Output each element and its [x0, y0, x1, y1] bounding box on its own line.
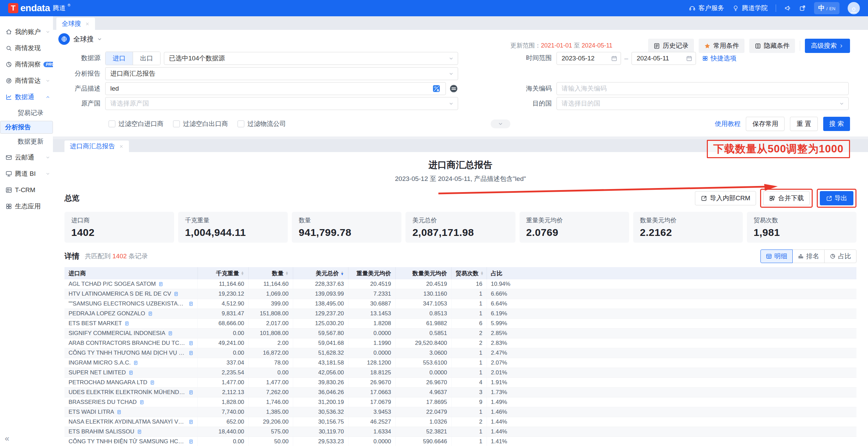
importer-name[interactable]: ""SAMSUNG ELECTRONICS UZBEKISTAN"" mas`u… — [69, 300, 186, 307]
sidebar-item[interactable]: 商情发现 — [0, 40, 53, 56]
company-detail-icon[interactable] — [139, 399, 144, 405]
date-to-input[interactable]: 2024-05-11 — [631, 52, 696, 65]
company-detail-icon[interactable] — [189, 419, 193, 425]
importer-name[interactable]: PETROCHAD MANGARA LTD — [69, 379, 147, 386]
table-row[interactable]: SIGNIFY COMMERCIAL INDONESIA 0.00101,808… — [64, 329, 856, 338]
table-row[interactable]: ETS BRAHIM SALISSOU 18,440.00575.0030,11… — [64, 427, 856, 437]
table-row[interactable]: BRASSERIES DU TCHAD 1,828.001,746.0031,2… — [64, 397, 856, 407]
column-header[interactable]: 美元总价▲▼ — [293, 267, 348, 279]
sidebar-item[interactable]: T-CRM — [0, 182, 53, 198]
table-row[interactable]: ETS WADI LITRA 7,740.001,385.0030,536.32… — [64, 407, 856, 417]
table-row[interactable]: ""SAMSUNG ELECTRONICS UZBEKISTAN"" mas`u… — [64, 299, 856, 309]
table-row[interactable]: CÔNG TY TNHH ĐIỆN TỬ SAMSUNG HCMC CE COM… — [64, 437, 856, 446]
importer-name[interactable]: SIGNIFY COMMERCIAL INDONESIA — [69, 330, 165, 337]
advanced-search-button[interactable]: 高级搜索 — [805, 39, 850, 53]
sidebar-item[interactable]: 腾道 BI — [0, 166, 53, 182]
filter-checkbox[interactable]: 过滤物流公司 — [238, 119, 286, 128]
save-common-button[interactable]: 保存常用 — [746, 117, 785, 131]
module-selector[interactable]: 全球搜 — [58, 33, 102, 45]
company-detail-icon[interactable] — [158, 281, 163, 287]
hide-conditions-button[interactable]: 隐藏条件 — [749, 39, 795, 53]
company-detail-icon[interactable] — [133, 360, 138, 366]
saved-conditions-button[interactable]: 常用条件 — [699, 39, 744, 53]
importer-name[interactable]: PEDRAJA LOPEZ GONZALO — [69, 310, 145, 317]
table-row[interactable]: ARAB CONTRACTORS BRANCHE DU TCHAD 49,241… — [64, 338, 856, 348]
company-detail-icon[interactable] — [189, 301, 193, 306]
user-avatar[interactable] — [848, 2, 860, 14]
table-row[interactable]: PEDRAJA LOPEZ GONZALO 9,831.47151,808.00… — [64, 309, 856, 319]
tab-import-summary-report[interactable]: 进口商汇总报告 — [64, 141, 129, 152]
sidebar-item[interactable]: 云邮通 — [0, 149, 53, 166]
company-detail-icon[interactable] — [148, 311, 153, 316]
table-row[interactable]: INGRAM MICRO S.A.C. 337.0478.0043,181.58… — [64, 358, 856, 368]
importer-name[interactable]: SUPER NET LIMITED — [69, 369, 126, 376]
column-header[interactable]: 数量▲▼ — [248, 267, 293, 279]
reset-button[interactable]: 重 置 — [790, 117, 817, 131]
hs-code-input[interactable] — [556, 82, 849, 95]
sidebar-item[interactable]: 商情洞察 PRO — [0, 56, 53, 73]
sidebar-collapse-icon[interactable]: « — [5, 434, 9, 443]
table-row[interactable]: UDES ELEKTRİK ELEKTRONİK MÜHENDİSLİK SAN… — [64, 388, 856, 397]
company-detail-icon[interactable] — [189, 350, 193, 356]
close-icon[interactable] — [119, 144, 124, 149]
close-icon[interactable] — [85, 22, 90, 26]
customer-service-link[interactable]: 客户服务 — [689, 4, 724, 13]
filter-checkbox[interactable]: 过滤空白进口商 — [109, 119, 164, 128]
importer-name[interactable]: AGL TCHAD P/C SOGEA SATOM — [69, 281, 156, 287]
company-detail-icon[interactable] — [150, 380, 155, 385]
importer-name[interactable]: CÔNG TY TNHH ĐIỆN TỬ SAMSUNG HCMC CE COM… — [69, 438, 186, 445]
import-crm-button[interactable]: 导入内部CRM — [695, 191, 756, 205]
table-row[interactable]: SUPER NET LIMITED 2,235.540.0042,056.001… — [64, 368, 856, 378]
product-desc-input[interactable] — [105, 82, 446, 95]
company-detail-icon[interactable] — [137, 429, 142, 434]
table-row[interactable]: NASA ELEKTRİK AYDINLATMA SANAYİ VE TİCAR… — [64, 417, 856, 427]
importer-name[interactable]: NASA ELEKTRİK AYDINLATMA SANAYİ VE TİCAR… — [69, 419, 186, 425]
table-row[interactable]: ETS BEST MARKET 68,666.002,017.00125,030… — [64, 319, 856, 329]
sidebar-item[interactable]: 商情雷达 — [0, 73, 53, 89]
data-source-select[interactable]: 已选中104个数据源 — [164, 52, 458, 65]
sidebar-subitem[interactable]: 分析报告 — [0, 121, 53, 134]
view-table-button[interactable]: 明细 — [760, 249, 793, 263]
company-detail-icon[interactable] — [189, 439, 193, 444]
importer-name[interactable]: HTV LATINOAMERICA S DE RL DE CV — [69, 291, 171, 297]
sort-icons[interactable]: ▲▼ — [480, 271, 484, 275]
table-row[interactable]: PETROCHAD MANGARA LTD 1,477.001,477.0039… — [64, 378, 856, 388]
importer-name[interactable]: ETS BRAHIM SALISSOU — [69, 428, 134, 435]
company-detail-icon[interactable] — [125, 321, 129, 326]
language-toggle[interactable]: 中 / EN — [814, 2, 839, 14]
sort-icons[interactable]: ▲▼ — [285, 271, 289, 275]
export-button[interactable]: 导出 — [820, 191, 853, 205]
sidebar-item[interactable]: 我的账户 — [0, 24, 53, 40]
view-rank-button[interactable]: 排名 — [792, 249, 825, 263]
importer-name[interactable]: ARAB CONTRACTORS BRANCHE DU TCHAD — [69, 340, 186, 347]
importer-name[interactable]: INGRAM MICRO S.A.C. — [69, 359, 131, 366]
company-detail-icon[interactable] — [189, 390, 193, 395]
company-detail-icon[interactable] — [129, 370, 133, 375]
translate-icon[interactable] — [432, 85, 440, 93]
company-detail-icon[interactable] — [117, 409, 121, 415]
importer-name[interactable]: ETS BEST MARKET — [69, 320, 122, 327]
importer-name[interactable]: UDES ELEKTRİK ELEKTRONİK MÜHENDİSLİK SAN… — [69, 389, 186, 396]
tutorial-link[interactable]: 使用教程 — [715, 119, 740, 128]
collapse-form-button[interactable] — [491, 119, 510, 128]
report-type-select[interactable]: 进口商汇总报告 — [105, 67, 458, 80]
sidebar-item[interactable]: 数据通 — [0, 89, 53, 105]
origin-country-select[interactable]: 请选择原产国 — [105, 97, 458, 110]
sort-icons[interactable]: ▲▼ — [341, 271, 344, 275]
table-row[interactable]: HTV LATINOAMERICA S DE RL DE CV 19,230.1… — [64, 289, 856, 299]
table-row[interactable]: AGL TCHAD P/C SOGEA SATOM 11,164.6011,16… — [64, 279, 856, 289]
synonym-icon[interactable] — [449, 84, 458, 93]
megaphone-icon[interactable] — [784, 5, 791, 12]
merge-download-button[interactable]: 合并下载 — [763, 191, 810, 205]
column-header[interactable]: 千克重量▲▼ — [197, 267, 248, 279]
import-toggle[interactable]: 进口 — [106, 52, 133, 65]
filter-checkbox[interactable]: 过滤空白出口商 — [173, 119, 228, 128]
importer-name[interactable]: CÔNG TY TNHH THƯƠNG MẠI DỊCH VỤ ĐIỆN MẠN… — [69, 350, 186, 356]
importer-name[interactable]: ETS WADI LITRA — [69, 409, 114, 415]
view-pie-button[interactable]: 占比 — [824, 249, 856, 263]
date-from-input[interactable]: 2023-05-12 — [556, 52, 621, 65]
dest-country-select[interactable]: 请选择目的国 — [556, 97, 849, 110]
company-detail-icon[interactable] — [174, 291, 178, 297]
search-button[interactable]: 搜 索 — [823, 117, 850, 131]
sidebar-subitem[interactable]: 贸易记录 — [0, 105, 53, 121]
